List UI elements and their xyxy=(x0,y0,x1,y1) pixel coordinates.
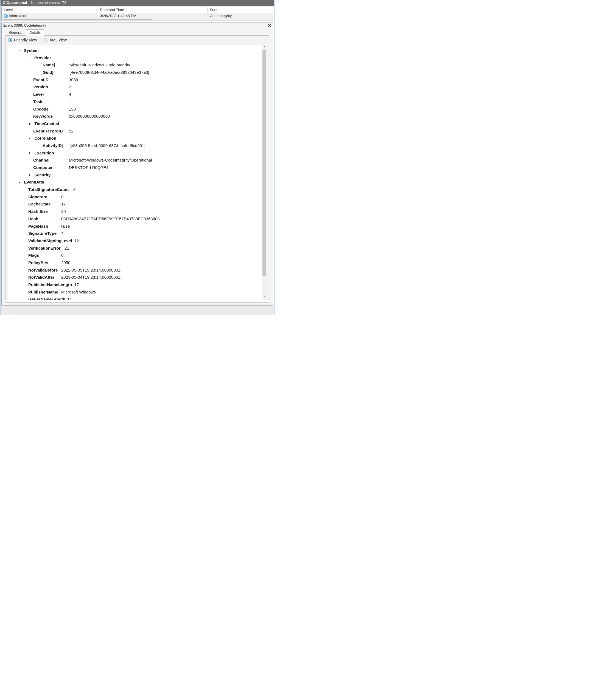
eventdata-node[interactable]: EventData xyxy=(24,180,44,184)
ed-k: Hash xyxy=(28,215,61,223)
ed-v: 0 xyxy=(61,252,64,259)
computer-label: Computer xyxy=(33,164,69,171)
eventdata-rows: TotalSignatureCount8 Signature0 CacheSta… xyxy=(15,186,261,300)
ed-v: 2022-05-05T19:23:14.0000000Z xyxy=(61,267,121,274)
ed-k: CacheState xyxy=(28,201,61,208)
ed-k: PublisherName xyxy=(28,289,61,296)
ed-v: 2050 xyxy=(61,259,70,267)
event-date-value: 3/28/2023 1:42:48 PM xyxy=(98,13,208,18)
tree-toggle[interactable]: - xyxy=(28,135,31,142)
tree-toggle[interactable]: - xyxy=(17,47,21,54)
horizontal-scrollbar[interactable] xyxy=(2,19,273,21)
provider-name-value: Microsoft-Windows-CodeIntegrity xyxy=(69,61,130,69)
scroll-up-icon[interactable]: ˄ xyxy=(262,45,267,50)
ed-k: Flags xyxy=(28,252,61,259)
tree-toggle[interactable]: - xyxy=(17,179,21,186)
eventrecordid-value: 52 xyxy=(69,128,74,135)
ed-k: SignatureType xyxy=(28,230,61,237)
ed-v: 37 xyxy=(67,296,71,300)
timecreated-node[interactable]: TimeCreated xyxy=(34,121,59,126)
ed-v: 21 xyxy=(65,245,69,252)
view-mode-row: Friendly View XML View xyxy=(6,36,269,45)
ed-k: NotValidAfter xyxy=(28,274,61,281)
ed-k: Hash Size xyxy=(28,208,61,215)
channel-label: Channel xyxy=(33,157,69,164)
activityid-value: {eff8a355-5ced-0000-637d-fcefed5cd901} xyxy=(69,142,145,149)
system-node[interactable]: System xyxy=(24,48,39,53)
opcode-value: 130 xyxy=(69,106,76,113)
keywords-label: Keywords xyxy=(33,113,69,120)
scrollbar-thumb[interactable] xyxy=(262,50,266,276)
channel-value: Microsoft-Windows-CodeIntegrity/Operatio… xyxy=(69,157,152,164)
eventid-value: 3089 xyxy=(69,76,78,84)
ed-v: Microsoft Windows xyxy=(61,289,96,296)
ed-k: IssuerNameLength xyxy=(28,296,67,300)
security-node[interactable]: Security xyxy=(34,173,50,177)
radio-xml-label: XML View xyxy=(50,38,67,42)
tab-row: General Details xyxy=(2,28,273,35)
detail-tree[interactable]: - System - Provider [ Name] Microsoft-Wi… xyxy=(8,45,267,300)
tree-toggle[interactable]: + xyxy=(28,171,31,179)
ed-v: 17 xyxy=(74,281,79,289)
ed-v: 2023-05-04T19:23:14.0000000Z xyxy=(61,274,121,281)
execution-node[interactable]: Execution xyxy=(34,151,54,155)
ed-k: PublisherNameLength xyxy=(28,281,73,289)
computer-value: DESKTOP-LR0QPE4 xyxy=(69,164,109,171)
provider-guid-label: [ Guid] xyxy=(40,69,69,76)
ed-v: 08D0A8C34B717AED56F99EC57B49788EC3363808 xyxy=(61,215,160,223)
event-detail-pane: Event 3089, CodeIntegrity ✕ General Deta… xyxy=(1,23,273,305)
tree-toggle[interactable]: + xyxy=(28,149,31,157)
activityid-label: [ ActivityID] xyxy=(40,142,69,149)
ed-v: 4 xyxy=(61,230,64,237)
ed-v: 8 xyxy=(73,186,75,193)
task-value: 1 xyxy=(69,98,71,106)
provider-node[interactable]: Provider xyxy=(34,55,51,60)
log-name: CIOperational xyxy=(3,1,27,5)
eventrecordid-label: EventRecordID xyxy=(33,128,69,135)
footer-gap xyxy=(1,306,274,315)
event-row[interactable]: i Information 3/28/2023 1:42:48 PM CodeI… xyxy=(2,12,273,19)
level-value: 4 xyxy=(69,91,71,98)
radio-dot-icon xyxy=(8,38,13,42)
radio-friendly-label: Friendly View xyxy=(14,38,37,42)
ed-v: 12 xyxy=(74,237,79,245)
tree-toggle[interactable]: - xyxy=(28,54,31,62)
ed-k: PageHash xyxy=(28,223,61,230)
ed-k: VerificationError xyxy=(28,245,65,252)
ed-v: false xyxy=(61,223,70,230)
column-header-date[interactable]: Date and Time xyxy=(98,7,208,12)
eventid-label: EventID xyxy=(33,76,69,84)
ed-k: ValidatedSigningLevel xyxy=(28,237,73,245)
radio-friendly-view[interactable]: Friendly View xyxy=(8,38,37,42)
ed-v: 17 xyxy=(61,201,66,208)
detail-title: Event 3089, CodeIntegrity xyxy=(3,23,46,27)
provider-guid-value: {4ee76bd8-3cf4-44a0-a0ac-3937643e37a3} xyxy=(69,69,149,76)
radio-dot-icon xyxy=(44,38,48,42)
column-header-level[interactable]: Level xyxy=(2,7,98,12)
ed-k: Signature xyxy=(28,193,61,201)
scroll-down-icon[interactable]: ˅ xyxy=(262,295,267,300)
task-label: Task xyxy=(33,98,69,106)
detail-title-bar: Event 3089, CodeIntegrity ✕ xyxy=(2,23,273,28)
event-level-value: Information xyxy=(9,14,27,18)
version-value: 2 xyxy=(69,83,71,91)
event-source-value: CodeIntegrity xyxy=(208,13,273,18)
ed-k: TotalSignatureCount xyxy=(28,186,73,193)
ed-k: NotValidBefore xyxy=(28,267,61,274)
provider-name-label: [ Name] xyxy=(40,61,69,69)
close-icon[interactable]: ✕ xyxy=(268,24,271,27)
tab-general[interactable]: General xyxy=(5,29,26,36)
grid-header-row: Level Date and Time Source xyxy=(2,7,273,12)
tree-content: - System - Provider [ Name] Microsoft-Wi… xyxy=(8,45,267,300)
vertical-scrollbar[interactable]: ˄ ˅ xyxy=(262,45,267,300)
level-label: Level xyxy=(33,91,69,98)
tab-details[interactable]: Details xyxy=(26,29,44,36)
keywords-value: 0x8000000000000000 xyxy=(69,113,110,120)
radio-xml-view[interactable]: XML View xyxy=(44,38,67,42)
ed-v: 20 xyxy=(61,208,66,215)
column-header-source[interactable]: Source xyxy=(208,7,273,12)
event-grid: Level Date and Time Source i Information… xyxy=(1,6,273,21)
correlation-node[interactable]: Correlation xyxy=(34,136,56,141)
ed-v: 0 xyxy=(61,193,64,201)
tree-toggle[interactable]: + xyxy=(28,120,31,128)
